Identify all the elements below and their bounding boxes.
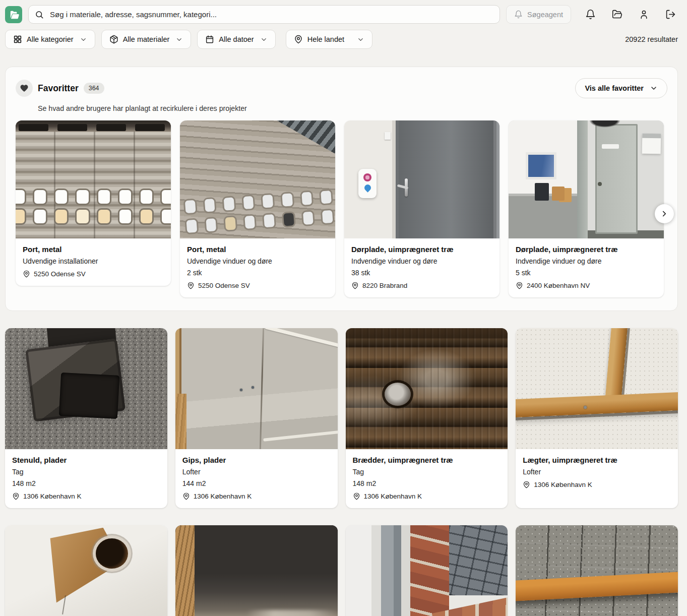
card-category: Tag bbox=[12, 468, 160, 476]
profile-button[interactable] bbox=[637, 7, 651, 22]
material-photo bbox=[346, 328, 508, 449]
chevron-down-icon bbox=[650, 84, 658, 92]
card-body: Gips, plader Lofter 144 m2 1306 Københav… bbox=[175, 449, 338, 508]
map-pin-icon bbox=[182, 492, 190, 500]
chevron-down-icon bbox=[357, 36, 364, 43]
search-icon bbox=[35, 10, 44, 19]
photo-wood-grain bbox=[175, 525, 195, 616]
favorites-subtitle: Se hvad andre brugere har planlagt at re… bbox=[38, 104, 667, 112]
photo-beam bbox=[135, 124, 165, 131]
material-photo bbox=[175, 525, 338, 616]
favorites-panel: Favoritter 364 Vis alle favoritter Se hv… bbox=[5, 67, 678, 311]
card-location-text: 1306 København K bbox=[23, 492, 82, 500]
card-title: Port, metal bbox=[23, 245, 164, 254]
folder-open-icon bbox=[8, 9, 19, 20]
photo-beam bbox=[19, 124, 48, 131]
result-card[interactable] bbox=[516, 525, 678, 616]
photo-cable bbox=[263, 429, 337, 441]
result-card[interactable] bbox=[175, 525, 338, 616]
chevron-right-icon bbox=[660, 209, 669, 218]
card-location: 1306 København K bbox=[523, 481, 671, 488]
result-card[interactable]: Gips, plader Lofter 144 m2 1306 Københav… bbox=[175, 328, 338, 508]
photo-lath-horizontal bbox=[516, 572, 678, 601]
photo-door-handle bbox=[598, 182, 602, 186]
card-body: Stenuld, plader Tag 148 m2 1306 Københav… bbox=[5, 449, 167, 508]
card-category: Tag bbox=[353, 468, 501, 476]
search-input[interactable] bbox=[49, 10, 493, 19]
result-card[interactable]: Stenuld, plader Tag 148 m2 1306 Københav… bbox=[5, 328, 167, 508]
card-location: 1306 København K bbox=[12, 492, 160, 500]
card-location: 1306 København K bbox=[353, 492, 501, 500]
material-photo bbox=[509, 120, 664, 238]
card-title: Brædder, uimprægneret træ bbox=[353, 456, 501, 464]
map-pin-icon bbox=[516, 282, 523, 289]
map-pin-icon bbox=[23, 270, 30, 278]
filter-label: Alle materialer bbox=[123, 35, 170, 43]
photo-beam bbox=[57, 124, 87, 131]
card-category: Udvendige vinduer og døre bbox=[187, 257, 328, 265]
logout-button[interactable] bbox=[663, 7, 678, 22]
photo-lath-vertical bbox=[605, 328, 628, 401]
card-location-text: 1306 København K bbox=[194, 492, 252, 500]
card-category: Lofter bbox=[182, 468, 331, 476]
photo-seam bbox=[260, 328, 264, 449]
card-quantity: 5 stk bbox=[516, 269, 657, 277]
card-location-text: 2400 København NV bbox=[527, 282, 590, 289]
photo-windows bbox=[183, 189, 335, 238]
app-logo[interactable] bbox=[5, 6, 22, 23]
photo-beam bbox=[96, 124, 126, 131]
photo-cladding bbox=[250, 120, 335, 177]
card-category: Indvendige vinduer og døre bbox=[351, 257, 492, 265]
photo-cavity bbox=[195, 525, 337, 616]
favorites-count-badge: 364 bbox=[84, 83, 104, 94]
card-category: Udvendige installationer bbox=[23, 257, 164, 265]
view-all-favorites-button[interactable]: Vis alle favoritter bbox=[575, 78, 667, 98]
favorite-card[interactable]: Port, metal Udvendige installationer 525… bbox=[16, 120, 171, 286]
chevron-down-icon bbox=[80, 36, 87, 43]
search-bar[interactable] bbox=[28, 5, 500, 24]
bell-icon bbox=[514, 10, 523, 19]
photo-door-sign bbox=[602, 144, 619, 149]
filter-materials-button[interactable]: Alle materialer bbox=[101, 30, 192, 49]
card-body: Port, metal Udvendige vinduer og døre 2 … bbox=[180, 238, 335, 297]
favorite-card[interactable]: Dørplade, uimprægneret træ Indvendige vi… bbox=[509, 120, 664, 297]
material-photo bbox=[344, 120, 499, 238]
result-card[interactable]: Brædder, uimprægneret træ Tag 148 m2 130… bbox=[346, 328, 508, 508]
result-card[interactable]: Lægter, uimprægneret træ Lofter 1306 Køb… bbox=[516, 328, 678, 508]
filter-categories-button[interactable]: Alle kategorier bbox=[5, 30, 95, 49]
filter-location-button[interactable]: Hele landet bbox=[286, 30, 372, 49]
card-location: 8220 Brabrand bbox=[351, 282, 492, 289]
card-location-text: 8220 Brabrand bbox=[362, 282, 407, 289]
projects-button[interactable] bbox=[610, 7, 624, 22]
filter-dates-button[interactable]: Alle datoer bbox=[197, 30, 275, 49]
notifications-button[interactable] bbox=[583, 7, 598, 22]
photo-light-reflection bbox=[246, 610, 337, 616]
carousel-next-button[interactable] bbox=[655, 204, 674, 223]
map-pin-icon bbox=[523, 481, 530, 488]
card-quantity: 148 m2 bbox=[353, 479, 501, 487]
favorite-card[interactable]: Dørplade, uimprægneret træ Indvendige vi… bbox=[344, 120, 499, 297]
material-photo bbox=[516, 525, 678, 616]
photo-room bbox=[509, 120, 577, 238]
card-location: 1306 København K bbox=[182, 492, 331, 500]
heart-icon bbox=[16, 80, 33, 97]
card-quantity: 38 stk bbox=[351, 269, 492, 277]
search-agent-button[interactable]: Søgeagent bbox=[506, 5, 571, 24]
result-card[interactable] bbox=[346, 525, 508, 616]
photo-screw bbox=[240, 389, 242, 391]
card-location: 2400 København NV bbox=[516, 282, 657, 289]
photo-wall-text bbox=[589, 120, 620, 128]
photo-hole bbox=[96, 538, 128, 569]
material-photo bbox=[175, 328, 338, 449]
result-card[interactable] bbox=[5, 525, 167, 616]
results-count: 20922 resultater bbox=[625, 35, 678, 43]
photo-brick-wall bbox=[410, 525, 449, 616]
card-location-text: 5250 Odense SV bbox=[34, 270, 86, 278]
photo-door bbox=[396, 120, 496, 238]
material-photo bbox=[516, 328, 678, 449]
card-location: 5250 Odense SV bbox=[187, 282, 328, 289]
photo-wall-box bbox=[385, 132, 391, 140]
photo-chair bbox=[535, 183, 549, 201]
favorite-card[interactable]: Port, metal Udvendige vinduer og døre 2 … bbox=[180, 120, 335, 297]
favorites-header: Favoritter 364 Vis alle favoritter bbox=[6, 78, 677, 98]
